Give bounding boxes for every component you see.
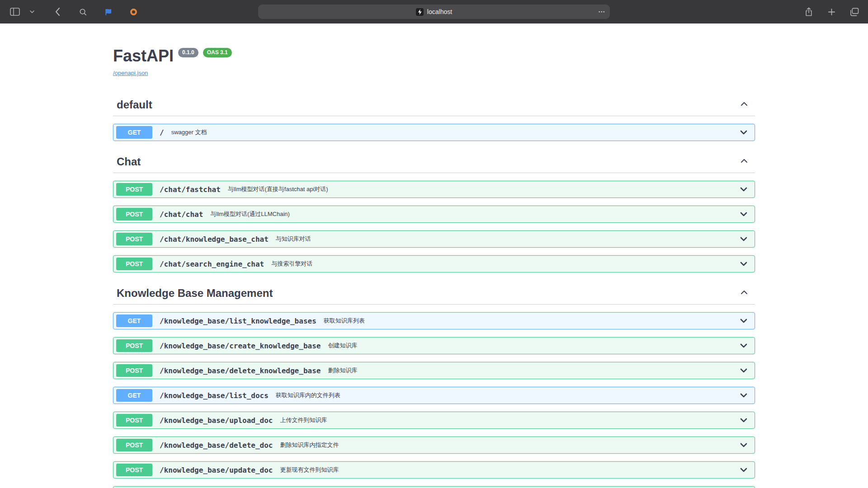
method-badge: POST bbox=[116, 339, 152, 352]
chevron-down-icon bbox=[739, 366, 748, 375]
method-badge: POST bbox=[116, 414, 152, 427]
endpoint-path: /knowledge_base/list_docs bbox=[160, 391, 269, 400]
api-info: FastAPI 0.1.0 OAS 3.1 /openapi.json bbox=[113, 23, 755, 77]
endpoint-row[interactable]: POST /knowledge_base/delete_doc 删除知识库内指定… bbox=[113, 436, 755, 454]
endpoint-path: /knowledge_base/list_knowledge_bases bbox=[160, 317, 316, 325]
endpoint-row[interactable]: POST /knowledge_base/upload_doc 上传文件到知识库 bbox=[113, 412, 755, 429]
method-badge: POST bbox=[116, 464, 152, 476]
section-title: Chat bbox=[117, 155, 141, 168]
swagger-page: FastAPI 0.1.0 OAS 3.1 /openapi.json defa… bbox=[113, 23, 755, 488]
chevron-down-icon bbox=[739, 128, 748, 137]
endpoint-summary: 创建知识库 bbox=[328, 342, 739, 350]
endpoint-summary: 上传文件到知识库 bbox=[280, 416, 739, 424]
openapi-link[interactable]: /openapi.json bbox=[113, 70, 148, 76]
section-title: default bbox=[117, 99, 152, 111]
section-title: Knowledge Base Management bbox=[117, 287, 273, 300]
endpoint-summary: 更新现有文件到知识库 bbox=[280, 466, 739, 474]
pinned-tab-1-icon[interactable] bbox=[101, 4, 115, 19]
endpoint-summary: 与搜索引擎对话 bbox=[271, 260, 739, 268]
section-header[interactable]: Chat bbox=[113, 153, 755, 173]
sidebar-toggle-button[interactable] bbox=[8, 4, 22, 19]
endpoint-path: /knowledge_base/create_knowledge_base bbox=[160, 342, 321, 350]
search-icon[interactable] bbox=[76, 4, 90, 19]
chevron-down-icon bbox=[739, 259, 748, 268]
chevron-down-icon bbox=[739, 185, 748, 194]
tag-section-knowledge-base: Knowledge Base Management GET /knowledge… bbox=[113, 284, 755, 488]
endpoint-row[interactable]: GET /knowledge_base/list_knowledge_bases… bbox=[113, 312, 755, 329]
endpoint-path: / bbox=[160, 128, 164, 137]
oas-badge: OAS 3.1 bbox=[203, 48, 232, 57]
version-badge: 0.1.0 bbox=[178, 48, 198, 57]
endpoint-summary: 与llm模型对话(通过LLMChain) bbox=[210, 210, 739, 218]
chevron-down-icon bbox=[739, 210, 748, 219]
endpoint-summary: swagger 文档 bbox=[171, 128, 739, 136]
chevron-down-icon bbox=[739, 465, 748, 474]
endpoint-summary: 删除知识库 bbox=[328, 366, 739, 375]
endpoint-summary: 获取知识库内的文件列表 bbox=[276, 391, 739, 399]
endpoint-path: /chat/search_engine_chat bbox=[160, 260, 264, 268]
share-icon[interactable] bbox=[802, 4, 816, 19]
chevron-down-icon bbox=[739, 441, 748, 450]
chevron-down-icon bbox=[739, 316, 748, 325]
method-badge: GET bbox=[116, 126, 152, 139]
method-badge: POST bbox=[116, 208, 152, 221]
method-badge: POST bbox=[116, 439, 152, 451]
endpoint-row[interactable]: POST /knowledge_base/delete_knowledge_ba… bbox=[113, 362, 755, 379]
tag-section-default: default GET / swagger 文档 bbox=[113, 96, 755, 141]
endpoint-row[interactable]: GET / swagger 文档 bbox=[113, 124, 755, 141]
endpoint-row[interactable]: GET /knowledge_base/list_docs 获取知识库内的文件列… bbox=[113, 387, 755, 404]
site-favicon-icon bbox=[416, 8, 424, 16]
url-text: localhost bbox=[427, 8, 452, 15]
back-button[interactable] bbox=[51, 4, 64, 19]
endpoint-row[interactable]: POST /knowledge_base/recreate_vector_sto… bbox=[113, 486, 755, 488]
endpoint-path: /chat/fastchat bbox=[160, 185, 221, 194]
endpoint-row[interactable]: POST /chat/chat 与llm模型对话(通过LLMChain) bbox=[113, 206, 755, 223]
method-badge: POST bbox=[116, 258, 152, 270]
endpoint-row[interactable]: POST /knowledge_base/update_doc 更新现有文件到知… bbox=[113, 461, 755, 479]
endpoint-row[interactable]: POST /chat/fastchat 与llm模型对话(直接与fastchat… bbox=[113, 181, 755, 198]
chevron-down-icon bbox=[739, 341, 748, 350]
url-bar[interactable]: localhost ⋯ bbox=[258, 5, 610, 19]
page-settings-icon[interactable]: ⋯ bbox=[597, 7, 606, 16]
endpoint-path: /knowledge_base/delete_doc bbox=[160, 441, 273, 450]
method-badge: GET bbox=[116, 389, 152, 402]
endpoint-summary: 与llm模型对话(直接与fastchat api对话) bbox=[228, 185, 739, 193]
endpoint-summary: 与知识库对话 bbox=[276, 235, 739, 243]
tag-section-chat: Chat POST /chat/fastchat 与llm模型对话(直接与fas… bbox=[113, 153, 755, 272]
endpoint-summary: 获取知识库列表 bbox=[324, 317, 739, 325]
method-badge: POST bbox=[116, 364, 152, 377]
chevron-down-icon bbox=[739, 391, 748, 400]
method-badge: GET bbox=[116, 314, 152, 327]
endpoint-row[interactable]: POST /chat/knowledge_base_chat 与知识库对话 bbox=[113, 230, 755, 248]
new-tab-icon[interactable] bbox=[825, 4, 838, 19]
endpoint-row[interactable]: POST /knowledge_base/create_knowledge_ba… bbox=[113, 337, 755, 354]
section-header[interactable]: Knowledge Base Management bbox=[113, 284, 755, 305]
browser-toolbar: localhost ⋯ bbox=[0, 0, 868, 23]
endpoint-path: /chat/chat bbox=[160, 210, 203, 219]
endpoint-path: /knowledge_base/update_doc bbox=[160, 466, 273, 474]
sidebar-chevron-icon[interactable] bbox=[25, 4, 39, 19]
chevron-down-icon bbox=[739, 235, 748, 244]
endpoint-path: /knowledge_base/delete_knowledge_base bbox=[160, 366, 321, 375]
endpoint-row[interactable]: POST /chat/search_engine_chat 与搜索引擎对话 bbox=[113, 255, 755, 272]
chevron-up-icon bbox=[740, 288, 749, 299]
method-badge: POST bbox=[116, 233, 152, 245]
chevron-up-icon bbox=[740, 99, 749, 110]
pinned-tab-2-icon[interactable] bbox=[127, 4, 140, 19]
endpoint-summary: 删除知识库内指定文件 bbox=[280, 441, 739, 449]
api-title-text: FastAPI bbox=[113, 46, 174, 66]
page-title: FastAPI 0.1.0 OAS 3.1 bbox=[113, 46, 755, 66]
chevron-up-icon bbox=[740, 156, 749, 167]
chevron-down-icon bbox=[739, 416, 748, 425]
section-header[interactable]: default bbox=[113, 96, 755, 116]
tab-overview-icon[interactable] bbox=[847, 4, 861, 19]
endpoint-path: /knowledge_base/upload_doc bbox=[160, 416, 273, 425]
method-badge: POST bbox=[116, 183, 152, 196]
endpoint-path: /chat/knowledge_base_chat bbox=[160, 235, 269, 244]
